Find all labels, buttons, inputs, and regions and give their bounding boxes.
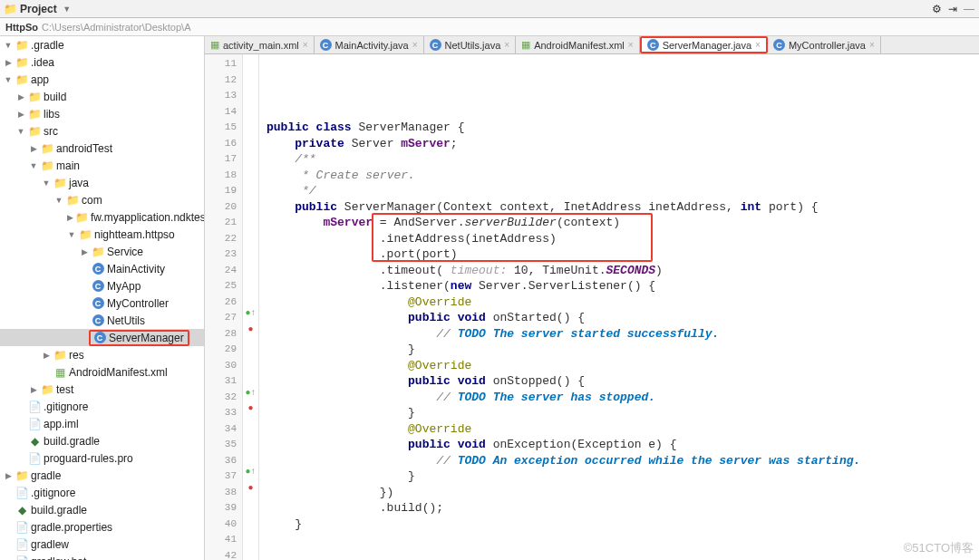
tree-item[interactable]: CMainActivity bbox=[0, 260, 204, 277]
code-line[interactable]: } bbox=[267, 517, 979, 533]
tree-item[interactable]: ▶📁androidTest bbox=[0, 140, 204, 157]
expand-arrow[interactable]: ▶ bbox=[42, 351, 51, 360]
tree-item[interactable]: ▼📁app bbox=[0, 71, 204, 88]
tree-item[interactable]: ▶📁gradle bbox=[0, 467, 204, 484]
close-icon[interactable]: × bbox=[628, 40, 634, 50]
code-line[interactable]: @Override bbox=[267, 294, 979, 311]
project-tree[interactable]: ▼📁.gradle▶📁.idea▼📁app▶📁build▶📁libs▼📁src▶… bbox=[0, 36, 205, 560]
tree-item[interactable]: ▶📁fw.myapplication.ndktes bbox=[0, 208, 204, 226]
tree-item[interactable]: ▼📁src bbox=[0, 122, 204, 140]
code-line[interactable]: } bbox=[267, 342, 979, 358]
tree-item[interactable]: ◆build.gradle bbox=[0, 432, 204, 449]
code-line[interactable]: private Server mServer; bbox=[267, 136, 979, 152]
code-line[interactable]: }) bbox=[267, 485, 979, 501]
tree-item[interactable]: ▶📁Service bbox=[0, 243, 204, 260]
tree-item[interactable]: 📄.gitignore bbox=[0, 398, 204, 415]
close-icon[interactable]: × bbox=[303, 40, 308, 50]
code-line[interactable]: public ServerManager(Context context, In… bbox=[267, 199, 979, 216]
gear-icon[interactable]: ⚙ bbox=[930, 3, 943, 15]
tree-item[interactable]: 📄gradle.properties bbox=[0, 518, 204, 536]
expand-arrow[interactable]: ▶ bbox=[4, 471, 13, 480]
expand-arrow[interactable]: ▼ bbox=[67, 230, 76, 239]
tree-item[interactable]: 📄.gitignore bbox=[0, 484, 204, 501]
line-number: 18 bbox=[207, 168, 237, 184]
code-line[interactable]: /** bbox=[267, 151, 979, 168]
editor-tab[interactable]: ▦AndroidManifest.xml× bbox=[516, 36, 640, 53]
code-line[interactable]: // TODO An exception occurred while the … bbox=[267, 453, 979, 469]
tree-label: .gitignore bbox=[44, 401, 88, 413]
tree-item[interactable]: ▶📁res bbox=[0, 346, 204, 363]
expand-arrow[interactable]: ▼ bbox=[54, 196, 63, 205]
expand-arrow[interactable]: ▼ bbox=[16, 127, 25, 136]
code-line[interactable]: .inetAddress(inetAddress) bbox=[267, 231, 979, 247]
code-line[interactable]: public class ServerManager { bbox=[267, 120, 979, 136]
tree-item[interactable]: ▶📁build bbox=[0, 88, 204, 105]
code-line[interactable]: * Create server. bbox=[267, 168, 979, 184]
gutter: 1112131415161718192021222324252627282930… bbox=[205, 54, 243, 560]
tree-item[interactable]: 📄gradlew.bat bbox=[0, 553, 204, 560]
code-line[interactable]: } bbox=[267, 405, 979, 421]
close-icon[interactable]: × bbox=[504, 40, 509, 50]
expand-arrow[interactable]: ▼ bbox=[29, 161, 38, 170]
close-icon[interactable]: × bbox=[869, 40, 875, 50]
code-line[interactable]: } bbox=[267, 468, 979, 485]
code-line[interactable]: .build(); bbox=[267, 500, 979, 517]
close-icon[interactable]: × bbox=[412, 40, 418, 50]
editor-tab[interactable]: CNetUtils.java× bbox=[424, 36, 517, 53]
editor-tab[interactable]: CMyController.java× bbox=[768, 36, 881, 53]
close-icon[interactable]: × bbox=[755, 40, 761, 50]
expand-arrow[interactable]: ▶ bbox=[4, 58, 13, 67]
editor-tab[interactable]: ▦activity_main.xml× bbox=[205, 36, 315, 53]
code-line[interactable]: // TODO The server has stopped. bbox=[267, 390, 979, 406]
tree-item[interactable]: 📄proguard-rules.pro bbox=[0, 449, 204, 467]
tree-item[interactable]: ▼📁nightteam.httpso bbox=[0, 226, 204, 243]
expand-arrow[interactable]: ▶ bbox=[29, 144, 38, 153]
dropdown-icon[interactable]: ▼ bbox=[61, 5, 73, 14]
tree-item[interactable]: CNetUtils bbox=[0, 312, 204, 329]
code-editor[interactable]: public class ServerManager { private Ser… bbox=[259, 54, 979, 560]
expand-arrow[interactable]: ▼ bbox=[4, 41, 13, 50]
pin-icon[interactable]: — bbox=[963, 3, 975, 15]
code-line[interactable]: .listener(new Server.ServerListener() { bbox=[267, 278, 979, 294]
expand-arrow[interactable]: ▶ bbox=[16, 92, 25, 101]
tab-label: ServerManager.java bbox=[663, 40, 751, 51]
code-line[interactable]: .timeout( timeout: 10, TimeUnit.SECONDS) bbox=[267, 263, 979, 279]
tree-item[interactable]: ▼📁main bbox=[0, 157, 204, 174]
code-line[interactable]: mServer = AndServer.serverBuilder(contex… bbox=[267, 215, 979, 231]
expand-arrow[interactable]: ▶ bbox=[16, 110, 25, 119]
code-line[interactable]: public void onStarted() { bbox=[267, 310, 979, 326]
code-line[interactable]: public void onException(Exception e) { bbox=[267, 437, 979, 453]
project-panel-header: 📁 Project ▼ ⚙ ⇥ — bbox=[0, 0, 979, 18]
expand-arrow[interactable]: ▶ bbox=[29, 385, 38, 394]
collapse-icon[interactable]: ⇥ bbox=[946, 3, 959, 15]
tree-item[interactable]: ▼📁com bbox=[0, 191, 204, 208]
tree-item[interactable]: CMyController bbox=[0, 294, 204, 312]
code-line[interactable]: .port(port) bbox=[267, 246, 979, 263]
tree-item[interactable]: 📄app.iml bbox=[0, 415, 204, 432]
tree-item[interactable]: CServerManager bbox=[0, 329, 204, 346]
tree-item[interactable]: ▶📁test bbox=[0, 381, 204, 398]
tree-item[interactable]: ▶📁libs bbox=[0, 105, 204, 122]
tree-item[interactable]: 📄gradlew bbox=[0, 536, 204, 553]
tree-label: app.iml bbox=[44, 418, 79, 430]
expand-arrow[interactable]: ▶ bbox=[80, 247, 89, 256]
expand-arrow[interactable]: ▼ bbox=[42, 179, 51, 188]
editor-tab[interactable]: CServerManager.java× bbox=[640, 36, 768, 53]
expand-arrow[interactable]: ▼ bbox=[4, 75, 13, 84]
tree-item[interactable]: ▼📁java bbox=[0, 174, 204, 191]
gutter-marker bbox=[243, 515, 258, 531]
code-line[interactable]: public void onStopped() { bbox=[267, 373, 979, 390]
tree-item[interactable]: ◆build.gradle bbox=[0, 501, 204, 518]
tree-item[interactable]: ▶📁.idea bbox=[0, 53, 204, 71]
tree-item[interactable]: ▼📁.gradle bbox=[0, 36, 204, 53]
editor-tab[interactable]: CMainActivity.java× bbox=[315, 36, 424, 53]
expand-arrow[interactable]: ▶ bbox=[67, 213, 73, 222]
tree-item[interactable]: CMyApp bbox=[0, 277, 204, 294]
tree-item[interactable]: ▦AndroidManifest.xml bbox=[0, 363, 204, 381]
code-line[interactable]: @Override bbox=[267, 358, 979, 374]
breadcrumb-app[interactable]: HttpSo bbox=[5, 22, 38, 33]
code-line[interactable]: */ bbox=[267, 183, 979, 199]
code-line[interactable]: @Override bbox=[267, 421, 979, 438]
code-line[interactable]: // TODO The server started successfully. bbox=[267, 326, 979, 343]
gutter-marker bbox=[243, 213, 258, 229]
